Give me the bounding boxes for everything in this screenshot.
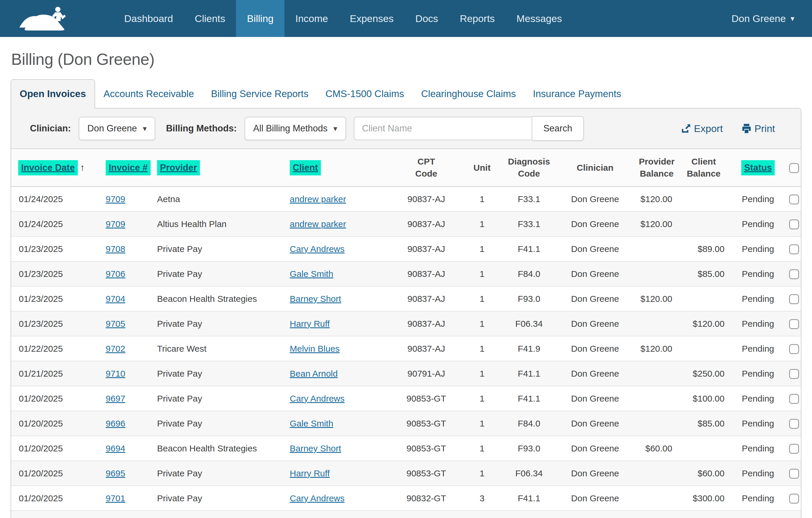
select-all-checkbox[interactable]: [789, 163, 799, 173]
provider-cell: Private Pay: [157, 236, 290, 261]
chevron-down-icon: ▾: [334, 125, 337, 132]
nav-item-expenses[interactable]: Expenses: [339, 0, 405, 37]
nav-items: DashboardClientsBillingIncomeExpensesDoc…: [113, 0, 573, 37]
client-link[interactable]: andrew parker: [290, 219, 346, 229]
client-link[interactable]: Gale Smith: [290, 269, 333, 279]
invoice-number-link[interactable]: 9702: [106, 344, 125, 354]
tab-billing-service-reports[interactable]: Billing Service Reports: [203, 80, 317, 108]
row-checkbox[interactable]: [789, 394, 799, 404]
row-checkbox[interactable]: [789, 319, 799, 329]
client-link[interactable]: Cary Andrews: [290, 493, 345, 503]
search-button[interactable]: Search: [532, 116, 584, 141]
row-checkbox[interactable]: [789, 194, 799, 205]
invoice-date-cell: 01/20/2025: [11, 436, 106, 461]
tab-clearinghouse-claims[interactable]: Clearinghouse Claims: [412, 80, 524, 108]
client-link[interactable]: Cary Andrews: [290, 394, 345, 403]
invoice-number-link[interactable]: 9694: [106, 444, 125, 453]
nav-item-income[interactable]: Income: [285, 0, 339, 37]
row-checkbox[interactable]: [789, 294, 799, 304]
diagnosis-code-cell: F84.0: [502, 411, 555, 436]
row-checkbox[interactable]: [789, 344, 799, 354]
invoice-number-link[interactable]: 9709: [106, 219, 125, 229]
row-checkbox[interactable]: [789, 244, 799, 254]
client-link[interactable]: Melvin Blues: [290, 344, 340, 354]
clinician-cell: Don Greene: [555, 486, 635, 511]
client-balance-cell: $85.00: [679, 411, 729, 436]
status-cell: Pending: [729, 436, 787, 461]
row-checkbox[interactable]: [789, 219, 799, 230]
client-link-cell: Bean Arnold: [290, 361, 391, 386]
clinician-cell: Don Greene: [555, 386, 635, 411]
invoice-number-link-cell: 9698: [106, 511, 157, 518]
row-checkbox[interactable]: [789, 494, 799, 504]
invoice-number-link[interactable]: 9706: [106, 269, 125, 279]
client-link[interactable]: Bean Arnold: [290, 369, 338, 378]
unit-cell: 1: [462, 286, 502, 311]
invoice-number-link[interactable]: 9708: [106, 244, 125, 254]
invoice-number-link[interactable]: 9710: [106, 369, 125, 378]
client-balance-cell: $250.00: [679, 361, 729, 386]
print-button[interactable]: Print: [741, 123, 775, 134]
tab-insurance-payments[interactable]: Insurance Payments: [524, 80, 630, 108]
client-link[interactable]: Cary Andrews: [290, 244, 345, 254]
row-checkbox[interactable]: [789, 419, 799, 429]
client-link[interactable]: Harry Ruff: [290, 468, 330, 478]
clinician-cell: Don Greene: [555, 436, 635, 461]
mountain-climbers-logo-icon: [17, 5, 75, 32]
nav-item-messages[interactable]: Messages: [505, 0, 573, 37]
client-link[interactable]: Harry Ruff: [290, 319, 330, 329]
top-navigation: DashboardClientsBillingIncomeExpensesDoc…: [0, 0, 812, 37]
column-header-status[interactable]: Status: [741, 160, 775, 175]
nav-item-reports[interactable]: Reports: [449, 0, 505, 37]
unit-cell: 1: [462, 361, 502, 386]
row-checkbox-cell: [787, 361, 801, 386]
invoice-date-cell: 01/20/2025: [11, 411, 106, 436]
column-header-invoice-date[interactable]: Invoice Date: [18, 160, 78, 175]
status-cell: Pending: [729, 511, 787, 518]
invoice-date-cell: 01/20/2025: [11, 461, 106, 486]
nav-item-clients[interactable]: Clients: [184, 0, 236, 37]
diagnosis-code-cell: F41.1: [502, 236, 555, 261]
column-header-client[interactable]: Client: [290, 160, 321, 175]
invoice-date-cell: 01/21/2025: [11, 361, 106, 386]
client-link[interactable]: Barney Short: [290, 444, 341, 453]
billing-methods-dropdown[interactable]: All Billing Methods ▾: [244, 117, 346, 140]
row-checkbox[interactable]: [789, 444, 799, 454]
client-link[interactable]: Barney Short: [290, 294, 341, 304]
export-button[interactable]: Export: [680, 123, 723, 134]
clinician-dropdown[interactable]: Don Greene ▾: [79, 117, 155, 140]
tab-accounts-receivable[interactable]: Accounts Receivable: [95, 80, 203, 108]
invoice-number-link[interactable]: 9695: [106, 468, 125, 478]
user-menu[interactable]: Don Greene ▾: [731, 0, 794, 37]
row-checkbox[interactable]: [789, 469, 799, 479]
invoice-number-link-cell: 9696: [106, 411, 157, 436]
nav-item-docs[interactable]: Docs: [405, 0, 449, 37]
invoice-number-link[interactable]: 9704: [106, 294, 125, 304]
client-link[interactable]: andrew parker: [290, 194, 346, 204]
invoice-number-link[interactable]: 9696: [106, 419, 125, 428]
tab-cms-1500-claims[interactable]: CMS-1500 Claims: [317, 80, 413, 108]
provider-cell: Beacon Health Strategies: [157, 511, 290, 518]
provider-cell: Aetna: [157, 187, 290, 212]
row-checkbox[interactable]: [789, 269, 799, 279]
unit-cell: 1: [462, 436, 502, 461]
diagnosis-code-cell: F06.34: [502, 311, 555, 336]
column-header-provider[interactable]: Provider: [157, 160, 200, 175]
client-link[interactable]: Gale Smith: [290, 419, 333, 428]
nav-item-dashboard[interactable]: Dashboard: [113, 0, 184, 37]
nav-item-billing[interactable]: Billing: [236, 0, 285, 37]
table-row: 01/20/20259694Beacon Health StrategiesBa…: [11, 436, 801, 461]
invoice-number-link[interactable]: 9697: [106, 394, 125, 403]
provider-balance-cell: [635, 411, 679, 436]
invoice-number-link[interactable]: 9705: [106, 319, 125, 329]
client-name-input[interactable]: [354, 117, 532, 140]
client-balance-cell: [679, 336, 729, 361]
invoice-number-link[interactable]: 9709: [106, 194, 125, 204]
tab-open-invoices[interactable]: Open Invoices: [10, 79, 95, 109]
diagnosis-code-cell: F33.1: [502, 212, 555, 236]
provider-balance-cell: $60.00: [635, 436, 679, 461]
client-link-cell: Gale Smith: [290, 411, 391, 436]
column-header-invoice-number[interactable]: Invoice #: [106, 160, 151, 175]
invoice-number-link[interactable]: 9701: [106, 493, 125, 503]
row-checkbox[interactable]: [789, 369, 799, 379]
